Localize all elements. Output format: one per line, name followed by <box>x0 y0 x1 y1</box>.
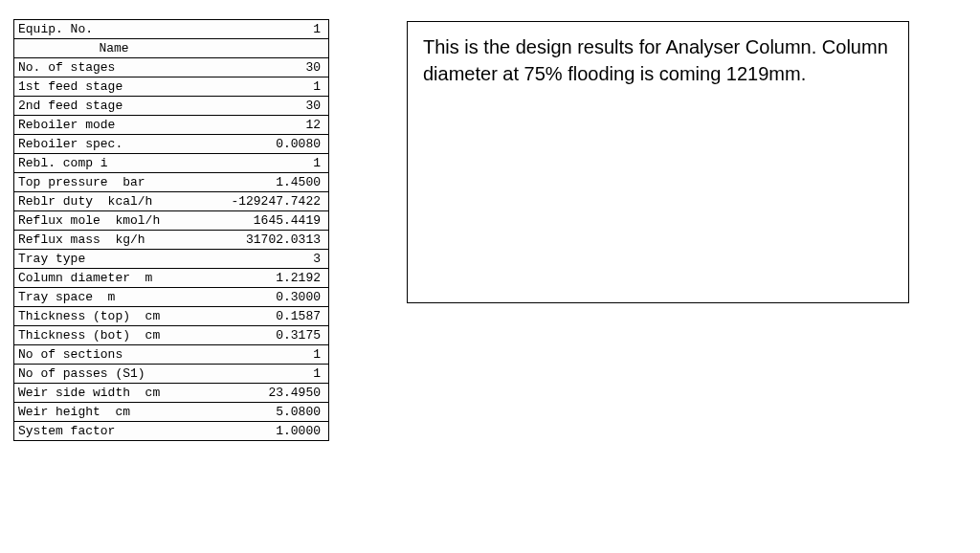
row-label: Thickness (top) cm <box>14 307 213 325</box>
row-value: 1 <box>213 77 328 96</box>
row-value: 5.0800 <box>213 403 328 421</box>
table-row: Reflux mass kg/h31702.0313 <box>14 231 328 250</box>
table-row: No. of stages30 <box>14 58 328 77</box>
row-value: 0.0080 <box>213 135 328 153</box>
table-row: No of sections1 <box>14 345 328 365</box>
row-label: Thickness (bot) cm <box>14 326 213 344</box>
row-value: 1 <box>213 154 328 172</box>
table-row: Top pressure bar1.4500 <box>14 173 328 192</box>
table-row: Tray space m0.3000 <box>14 288 328 307</box>
row-label: Weir height cm <box>14 403 213 421</box>
row-value: 31702.0313 <box>213 231 328 249</box>
table-row: 1st feed stage1 <box>14 77 328 97</box>
row-value: 30 <box>213 97 328 115</box>
table-row: Rebl. comp i1 <box>14 154 328 173</box>
row-label: Tray type <box>14 250 213 268</box>
table-row: Thickness (bot) cm0.3175 <box>14 326 328 345</box>
row-label: Reflux mole kmol/h <box>14 211 213 230</box>
table-row: Thickness (top) cm0.1587 <box>14 307 328 326</box>
row-label: No of sections <box>14 345 213 364</box>
design-results-table: Equip. No. 1 Name No. of stages301st fee… <box>13 19 329 441</box>
row-value: 0.3175 <box>213 326 328 344</box>
table-row: No of passes (S1)1 <box>14 365 328 384</box>
row-label: System factor <box>14 422 213 440</box>
row-value: 1.4500 <box>213 173 328 191</box>
row-label: 1st feed stage <box>14 77 213 96</box>
row-label: Top pressure bar <box>14 173 213 191</box>
table-row: Reboiler spec.0.0080 <box>14 135 328 154</box>
row-label: Column diameter m <box>14 269 213 287</box>
row-label: No. of stages <box>14 58 213 77</box>
row-label: No of passes (S1) <box>14 365 213 383</box>
row-value: 23.4950 <box>213 384 328 402</box>
name-value <box>213 39 328 57</box>
row-value: 1645.4419 <box>213 211 328 230</box>
row-value: 1.2192 <box>213 269 328 287</box>
row-value: 30 <box>213 58 328 77</box>
header-row-name: Name <box>14 39 328 58</box>
table-row: Weir side width cm23.4950 <box>14 384 328 403</box>
row-label: Tray space m <box>14 288 213 306</box>
row-value: 0.3000 <box>213 288 328 306</box>
table-row: System factor1.0000 <box>14 422 328 440</box>
equip-no-label: Equip. No. <box>14 20 213 38</box>
row-label: Reblr duty kcal/h <box>14 192 213 210</box>
equip-no-value: 1 <box>213 20 328 38</box>
description-box: This is the design results for Analyser … <box>407 21 909 303</box>
row-label: Reboiler mode <box>14 116 213 134</box>
description-text: This is the design results for Analyser … <box>423 36 888 84</box>
row-value: 1 <box>213 345 328 364</box>
header-row-equip-no: Equip. No. 1 <box>14 20 328 39</box>
row-label: Reflux mass kg/h <box>14 231 213 249</box>
row-value: 1 <box>213 365 328 383</box>
row-label: Weir side width cm <box>14 384 213 402</box>
row-value: 3 <box>213 250 328 268</box>
row-value: -129247.7422 <box>213 192 328 210</box>
table-row: Column diameter m1.2192 <box>14 269 328 288</box>
name-label: Name <box>14 39 213 57</box>
table-row: Weir height cm5.0800 <box>14 403 328 422</box>
table-row: 2nd feed stage30 <box>14 97 328 116</box>
table-row: Tray type3 <box>14 250 328 269</box>
row-value: 12 <box>213 116 328 134</box>
row-label: 2nd feed stage <box>14 97 213 115</box>
row-label: Reboiler spec. <box>14 135 213 153</box>
table-row: Reboiler mode12 <box>14 116 328 135</box>
row-value: 1.0000 <box>213 422 328 440</box>
row-value: 0.1587 <box>213 307 328 325</box>
table-row: Reflux mole kmol/h1645.4419 <box>14 211 328 231</box>
row-label: Rebl. comp i <box>14 154 213 172</box>
table-row: Reblr duty kcal/h-129247.7422 <box>14 192 328 211</box>
